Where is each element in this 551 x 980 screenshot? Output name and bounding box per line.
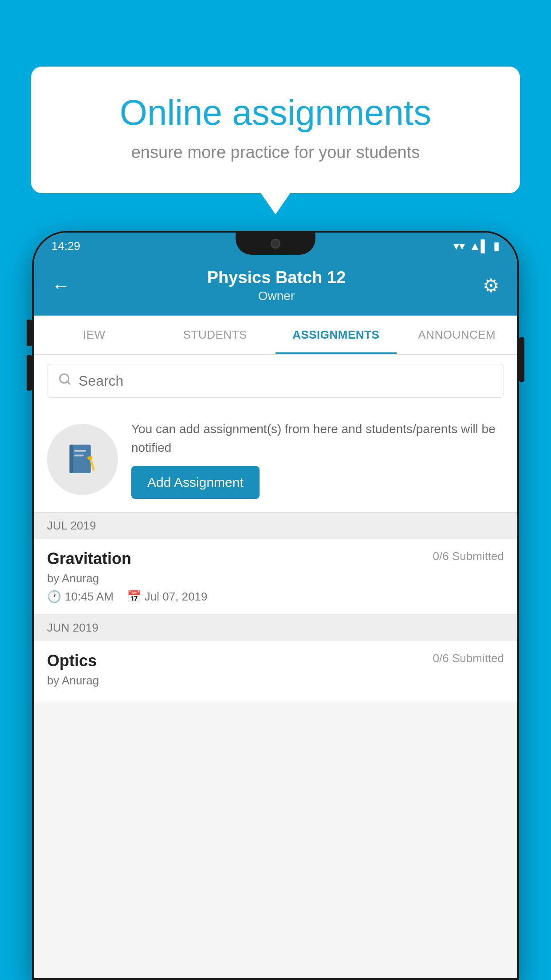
settings-button[interactable]: ⚙: [483, 275, 500, 296]
month-separator-jul: JUL 2019: [34, 513, 517, 539]
notebook-icon: [65, 442, 100, 477]
assignment-title: Gravitation: [47, 549, 131, 568]
phone-notch: [236, 233, 315, 255]
calendar-icon: 📅: [127, 590, 141, 604]
promo-content: You can add assignment(s) from here and …: [131, 420, 504, 499]
assignment-date: 📅 Jul 07, 2019: [127, 590, 208, 604]
battery-icon: ▮: [493, 239, 500, 253]
tab-announcements[interactable]: ANNOUNCEM: [397, 316, 518, 354]
assignment-date-value: Jul 07, 2019: [145, 590, 208, 604]
clock-icon: 🕐: [47, 590, 61, 604]
status-time: 14:29: [51, 239, 80, 253]
wifi-icon: ▾▾: [453, 239, 465, 253]
assignment-title-optics: Optics: [47, 652, 97, 670]
assignment-meta: 🕐 10:45 AM 📅 Jul 07, 2019: [47, 590, 504, 604]
assignment-author: by Anurag: [47, 572, 504, 585]
assignment-item-gravitation[interactable]: Gravitation 0/6 Submitted by Anurag 🕐 10…: [34, 539, 517, 615]
search-input[interactable]: [79, 373, 493, 389]
promo-icon-circle: [47, 424, 118, 495]
phone-screen: 14:29 ▾▾ ▲▌ ▮ ← Physics Batch 12 Owner ⚙…: [34, 233, 517, 978]
phone-wrapper: 14:29 ▾▾ ▲▌ ▮ ← Physics Batch 12 Owner ⚙…: [32, 231, 519, 980]
assignment-submitted-optics: 0/6 Submitted: [433, 652, 504, 665]
month-separator-jun: JUN 2019: [34, 615, 517, 641]
speech-bubble-section: Online assignments ensure more practice …: [31, 67, 520, 193]
promo-card: You can add assignment(s) from here and …: [34, 407, 517, 513]
back-button[interactable]: ←: [51, 275, 70, 296]
search-input-wrapper[interactable]: [47, 364, 504, 398]
vol-up-button[interactable]: [27, 320, 32, 346]
tabs-bar: IEW STUDENTS ASSIGNMENTS ANNOUNCEM: [34, 316, 517, 355]
front-camera: [271, 239, 280, 249]
speech-bubble-card: Online assignments ensure more practice …: [31, 67, 520, 193]
promo-text: You can add assignment(s) from here and …: [131, 420, 504, 457]
batch-subtitle: Owner: [207, 289, 346, 303]
svg-line-1: [67, 382, 70, 384]
assignment-time-value: 10:45 AM: [65, 590, 114, 604]
assignment-author-optics: by Anurag: [47, 674, 504, 688]
app-header: ← Physics Batch 12 Owner ⚙: [34, 259, 517, 316]
speech-bubble-title: Online assignments: [67, 93, 484, 132]
header-title-group: Physics Batch 12 Owner: [207, 268, 346, 303]
vol-down-button[interactable]: [27, 355, 32, 391]
signal-icon: ▲▌: [469, 239, 489, 253]
tab-iew[interactable]: IEW: [34, 316, 155, 354]
assignment-time: 🕐 10:45 AM: [47, 590, 114, 604]
power-button[interactable]: [519, 337, 524, 382]
speech-bubble-subtitle: ensure more practice for your students: [67, 143, 484, 162]
search-container: [34, 355, 517, 407]
tab-students[interactable]: STUDENTS: [155, 316, 276, 354]
add-assignment-button[interactable]: Add Assignment: [131, 466, 260, 499]
batch-title: Physics Batch 12: [207, 268, 346, 287]
svg-rect-5: [74, 454, 83, 456]
assignment-item-optics[interactable]: Optics 0/6 Submitted by Anurag: [34, 641, 517, 703]
tab-assignments[interactable]: ASSIGNMENTS: [276, 316, 397, 354]
status-icons: ▾▾ ▲▌ ▮: [453, 239, 500, 253]
assignment-header-optics: Optics 0/6 Submitted: [47, 652, 504, 670]
phone-frame: 14:29 ▾▾ ▲▌ ▮ ← Physics Batch 12 Owner ⚙…: [32, 231, 519, 980]
svg-rect-3: [70, 445, 73, 473]
svg-rect-4: [74, 450, 86, 452]
search-icon: [58, 372, 71, 389]
assignment-header: Gravitation 0/6 Submitted: [47, 549, 504, 568]
assignment-submitted: 0/6 Submitted: [433, 549, 504, 563]
